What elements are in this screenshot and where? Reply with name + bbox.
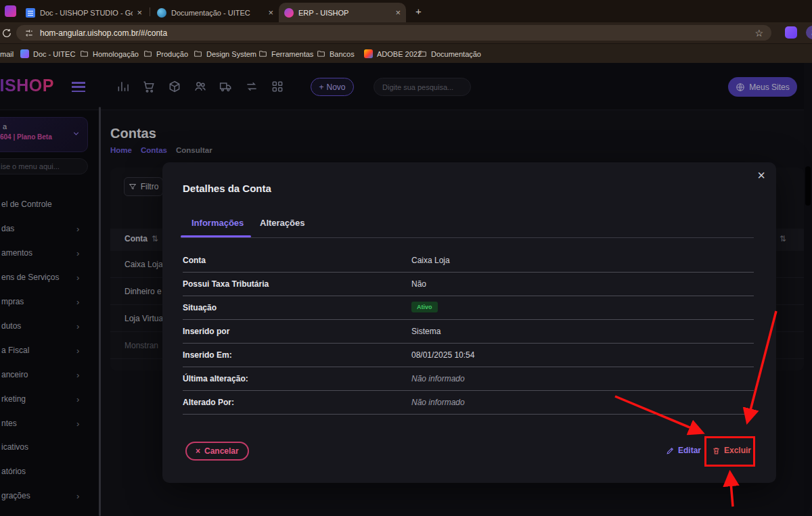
bookmark-doc-uitec[interactable]: Doc - UITEC xyxy=(20,48,75,60)
field-label: Inserido Em: xyxy=(183,350,232,360)
modal-title: Detalhes da Conta xyxy=(183,183,271,194)
annotation-rectangle xyxy=(704,436,755,467)
cancel-label: Cancelar xyxy=(204,446,239,456)
field-value: Não xyxy=(411,279,426,289)
tab-informacoes[interactable]: Informações xyxy=(191,218,244,228)
field-label: Inserido por xyxy=(183,327,229,336)
field-row-conta: Conta Caixa Loja xyxy=(183,249,754,273)
field-value: Não informado xyxy=(411,374,465,383)
new-tab-button[interactable]: + xyxy=(412,5,425,18)
bookmark-label: Doc - UITEC xyxy=(33,50,75,58)
reload-icon[interactable] xyxy=(1,28,12,39)
docs-favicon xyxy=(26,8,35,18)
field-label: Conta xyxy=(183,256,206,265)
screen: Doc - UISHOP STUDIO - Googl × Documentaç… xyxy=(0,0,812,516)
field-label: Última alteração: xyxy=(183,374,248,383)
bookmark-gmail[interactable]: mail xyxy=(0,48,14,60)
tab-divider xyxy=(150,7,150,16)
browser-logo-icon xyxy=(5,5,16,17)
x-icon: × xyxy=(196,446,200,456)
bookmark-star-icon[interactable]: ☆ xyxy=(754,28,763,38)
bookmark-folder-ferramentas[interactable]: Ferramentas xyxy=(258,48,313,60)
bookmark-label: ADOBE 2022 xyxy=(377,50,422,58)
detail-fields: Conta Caixa Loja Possui Taxa Tributária … xyxy=(183,249,754,415)
folder-icon xyxy=(317,49,325,58)
field-value: Não informado xyxy=(411,398,465,407)
bookmarks-bar: mail Doc - UITEC Homologação Produção De… xyxy=(0,43,812,63)
edit-button[interactable]: Editar xyxy=(666,446,701,455)
uitec-icon xyxy=(20,49,29,58)
folder-icon xyxy=(418,49,427,58)
globe-favicon xyxy=(157,8,166,18)
tab-alteracoes[interactable]: Alterações xyxy=(260,218,304,228)
url-text: hom-angular.uishop.com.br/#/conta xyxy=(40,28,167,38)
field-row-situacao: Situação Ativo xyxy=(183,296,754,320)
field-row-inserido-por: Inserido por Sistema xyxy=(183,320,754,344)
field-row-taxa: Possui Taxa Tributária Não xyxy=(183,273,754,296)
modal-detalhes-da-conta: × Detalhes da Conta Informações Alteraçõ… xyxy=(162,162,776,483)
uishop-favicon xyxy=(284,8,294,18)
extension-icon[interactable] xyxy=(785,26,797,39)
bookmark-label: Design System xyxy=(206,50,256,58)
folder-icon xyxy=(194,49,202,58)
bookmark-folder-bancos[interactable]: Bancos xyxy=(317,48,355,60)
pencil-icon xyxy=(666,446,675,455)
tab-title: Documentação - UITEC xyxy=(171,9,264,17)
status-badge: Ativo xyxy=(411,302,438,312)
folder-icon xyxy=(143,49,152,58)
bookmark-folder-producao[interactable]: Produção xyxy=(143,48,188,60)
bookmark-label: Bancos xyxy=(330,50,355,58)
field-value: 08/01/2025 10:54 xyxy=(411,350,474,360)
browser-tab-documentacao[interactable]: Documentação - UITEC × xyxy=(152,3,279,22)
profile-icon[interactable]: f xyxy=(806,26,812,39)
address-bar[interactable]: hom-angular.uishop.com.br/#/conta ☆ xyxy=(16,25,771,41)
tab-title: ERP - UISHOP xyxy=(298,9,391,17)
browser-tab-docs[interactable]: Doc - UISHOP STUDIO - Googl × xyxy=(20,3,148,22)
bookmark-label: Produção xyxy=(156,50,188,58)
adobe-icon xyxy=(364,49,373,58)
cancel-button[interactable]: × Cancelar xyxy=(185,442,249,461)
field-value: Caixa Loja xyxy=(411,256,450,265)
tab-close-icon[interactable]: × xyxy=(395,7,401,18)
site-settings-icon[interactable] xyxy=(24,28,34,38)
bookmark-folder-design-system[interactable]: Design System xyxy=(194,48,256,60)
tab-close-icon[interactable]: × xyxy=(268,7,273,18)
browser-toolbar: hom-angular.uishop.com.br/#/conta ☆ f xyxy=(0,22,812,43)
folder-icon xyxy=(80,49,89,58)
tabs-divider xyxy=(181,237,754,238)
folder-icon xyxy=(258,49,267,58)
bookmark-folder-documentacao[interactable]: Documentação xyxy=(418,48,481,60)
field-row-inserido-em: Inserido Em: 08/01/2025 10:54 xyxy=(183,344,754,367)
field-row-alterado-por: Alterado Por: Não informado xyxy=(183,391,754,415)
close-icon[interactable]: × xyxy=(757,168,765,183)
bookmark-label: mail xyxy=(0,50,14,58)
field-row-ultima-alteracao: Última alteração: Não informado xyxy=(183,367,754,391)
bookmark-label: Documentação xyxy=(431,50,481,58)
field-label: Situação xyxy=(183,303,217,312)
edit-label: Editar xyxy=(678,446,701,455)
field-value: Sistema xyxy=(411,327,441,336)
field-label: Alterado Por: xyxy=(183,398,234,407)
browser-tabstrip: Doc - UISHOP STUDIO - Googl × Documentaç… xyxy=(0,0,812,22)
field-label: Possui Taxa Tributária xyxy=(183,279,269,289)
bookmark-label: Ferramentas xyxy=(271,50,313,58)
bookmark-adobe-2022[interactable]: ADOBE 2022 xyxy=(364,48,422,60)
tab-title: Doc - UISHOP STUDIO - Googl xyxy=(40,9,133,17)
tab-close-icon[interactable]: × xyxy=(137,7,142,18)
bookmark-label: Homologação xyxy=(93,50,139,58)
bookmark-folder-homologacao[interactable]: Homologação xyxy=(80,48,139,60)
browser-tab-erp-active[interactable]: ERP - UISHOP × xyxy=(279,3,406,22)
